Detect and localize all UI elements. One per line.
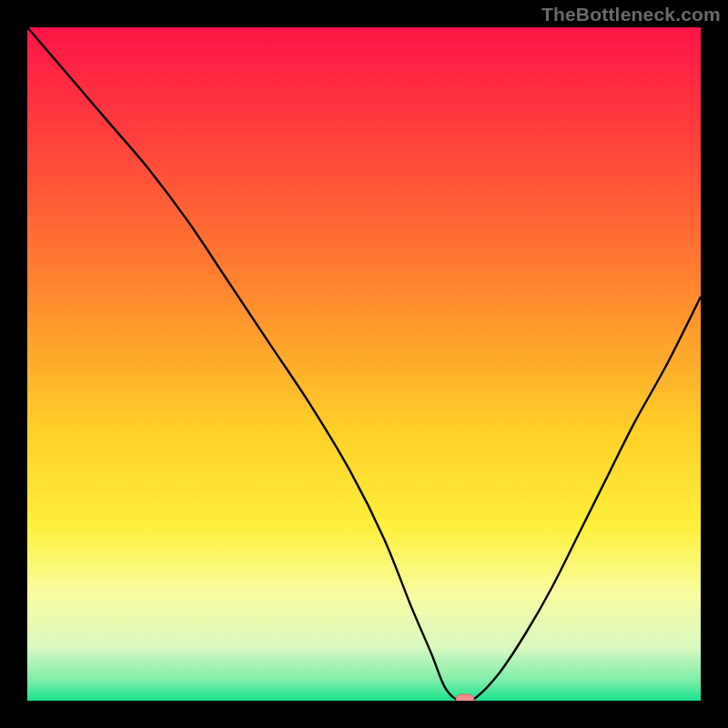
bottleneck-chart [27, 27, 701, 701]
optimal-marker [456, 694, 474, 701]
gradient-background [27, 27, 701, 701]
watermark-text: TheBottleneck.com [541, 4, 721, 25]
chart-frame: TheBottleneck.com [0, 0, 728, 728]
plot-area [27, 27, 701, 701]
